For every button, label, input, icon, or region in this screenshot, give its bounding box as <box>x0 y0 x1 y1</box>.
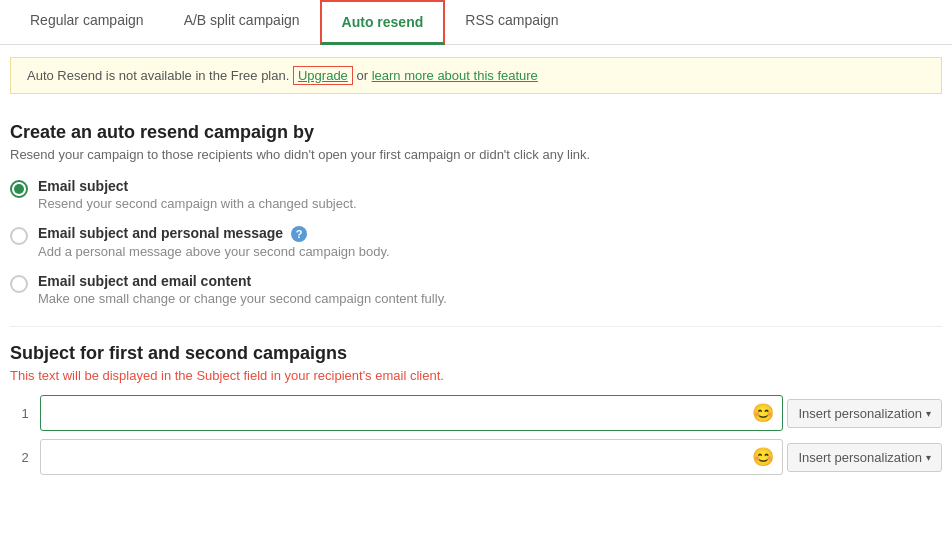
notice-text-before: Auto Resend is not available in the Free… <box>27 68 289 83</box>
tab-rss[interactable]: RSS campaign <box>445 0 578 45</box>
tab-regular[interactable]: Regular campaign <box>10 0 164 45</box>
subject-section: Subject for first and second campaigns T… <box>10 326 942 475</box>
radio-desc-email-subject-personal: Add a personal message above your second… <box>38 244 390 259</box>
notice-banner: Auto Resend is not available in the Free… <box>10 57 942 94</box>
notice-text-middle: or <box>356 68 371 83</box>
create-section-title: Create an auto resend campaign by <box>10 122 942 143</box>
subject-input-1[interactable] <box>49 405 748 421</box>
subject-input-2[interactable] <box>49 449 748 465</box>
radio-label-email-subject: Email subject Resend your second campaig… <box>38 178 357 211</box>
chevron-down-icon-2: ▾ <box>926 452 931 463</box>
subject-desc-plain: This text will be displayed <box>10 368 161 383</box>
subject-section-title: Subject for first and second campaigns <box>10 343 942 364</box>
subject-desc-highlight: in the Subject field in your recipient's… <box>161 368 444 383</box>
radio-btn-email-subject-content[interactable] <box>10 275 28 293</box>
input-wrapper-2: 😊 <box>40 439 783 475</box>
insert-personalization-btn-1[interactable]: Insert personalization ▾ <box>787 399 942 428</box>
radio-desc-email-subject: Resend your second campaign with a chang… <box>38 196 357 211</box>
main-content: Create an auto resend campaign by Resend… <box>0 106 952 499</box>
tab-ab-split[interactable]: A/B split campaign <box>164 0 320 45</box>
insert-personalization-btn-2[interactable]: Insert personalization ▾ <box>787 443 942 472</box>
insert-personalization-label-1: Insert personalization <box>798 406 922 421</box>
radio-title-email-subject: Email subject <box>38 178 357 194</box>
radio-title-email-subject-personal: Email subject and personal message ? <box>38 225 390 242</box>
radio-option-email-subject[interactable]: Email subject Resend your second campaig… <box>10 178 942 211</box>
radio-label-email-subject-personal: Email subject and personal message ? Add… <box>38 225 390 259</box>
radio-btn-email-subject-personal[interactable] <box>10 227 28 245</box>
learn-more-link[interactable]: learn more about this feature <box>372 68 538 83</box>
input-wrapper-1: 😊 <box>40 395 783 431</box>
subject-row-1: 1 😊 Insert personalization ▾ <box>10 395 942 431</box>
row-number-2: 2 <box>10 450 40 465</box>
emoji-icon-1[interactable]: 😊 <box>752 402 774 424</box>
subject-row-2: 2 😊 Insert personalization ▾ <box>10 439 942 475</box>
row-number-1: 1 <box>10 406 40 421</box>
emoji-icon-2[interactable]: 😊 <box>752 446 774 468</box>
upgrade-link[interactable]: Upgrade <box>293 66 353 85</box>
tab-auto-resend[interactable]: Auto resend <box>320 0 446 45</box>
radio-desc-email-subject-content: Make one small change or change your sec… <box>38 291 447 306</box>
radio-title-email-subject-content: Email subject and email content <box>38 273 447 289</box>
radio-btn-email-subject[interactable] <box>10 180 28 198</box>
radio-label-email-subject-content: Email subject and email content Make one… <box>38 273 447 306</box>
chevron-down-icon-1: ▾ <box>926 408 931 419</box>
radio-option-email-subject-personal[interactable]: Email subject and personal message ? Add… <box>10 225 942 259</box>
create-section-desc: Resend your campaign to those recipients… <box>10 147 942 162</box>
radio-option-email-subject-content[interactable]: Email subject and email content Make one… <box>10 273 942 306</box>
campaign-tabs: Regular campaign A/B split campaign Auto… <box>0 0 952 45</box>
subject-section-desc: This text will be displayed in the Subje… <box>10 368 942 383</box>
insert-personalization-label-2: Insert personalization <box>798 450 922 465</box>
info-icon[interactable]: ? <box>291 226 307 242</box>
